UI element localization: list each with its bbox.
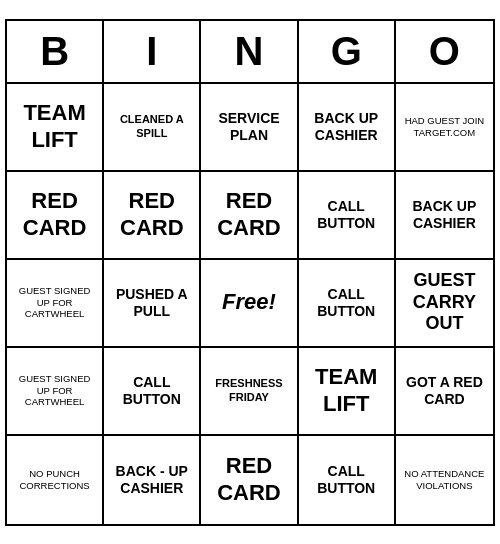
bingo-cell-7: RED CARD bbox=[201, 172, 298, 260]
bingo-cell-19: GOT A RED CARD bbox=[396, 348, 493, 436]
bingo-cell-10: GUEST SIGNED UP FOR CARTWHEEL bbox=[7, 260, 104, 348]
header-letter-g: G bbox=[299, 21, 396, 82]
bingo-cell-22: RED CARD bbox=[201, 436, 298, 524]
bingo-cell-9: BACK UP CASHIER bbox=[396, 172, 493, 260]
bingo-cell-5: RED CARD bbox=[7, 172, 104, 260]
bingo-cell-3: BACK UP CASHIER bbox=[299, 84, 396, 172]
bingo-cell-2: SERVICE PLAN bbox=[201, 84, 298, 172]
header-letter-i: I bbox=[104, 21, 201, 82]
bingo-cell-12: Free! bbox=[201, 260, 298, 348]
bingo-cell-20: NO PUNCH CORRECTIONS bbox=[7, 436, 104, 524]
bingo-cell-1: CLEANED A SPILL bbox=[104, 84, 201, 172]
bingo-cell-11: PUSHED A PULL bbox=[104, 260, 201, 348]
bingo-cell-14: GUEST CARRY OUT bbox=[396, 260, 493, 348]
bingo-cell-24: NO ATTENDANCE VIOLATIONS bbox=[396, 436, 493, 524]
header-letter-n: N bbox=[201, 21, 298, 82]
bingo-grid: TEAM LIFTCLEANED A SPILLSERVICE PLANBACK… bbox=[7, 84, 493, 524]
bingo-cell-17: FRESHNESS FRIDAY bbox=[201, 348, 298, 436]
bingo-cell-13: CALL BUTTON bbox=[299, 260, 396, 348]
bingo-cell-8: CALL BUTTON bbox=[299, 172, 396, 260]
header-letter-b: B bbox=[7, 21, 104, 82]
bingo-cell-21: BACK - UP CASHIER bbox=[104, 436, 201, 524]
bingo-cell-15: GUEST SIGNED UP FOR CARTWHEEL bbox=[7, 348, 104, 436]
bingo-cell-4: HAD GUEST JOIN TARGET.COM bbox=[396, 84, 493, 172]
bingo-header: BINGO bbox=[7, 21, 493, 84]
bingo-card: BINGO TEAM LIFTCLEANED A SPILLSERVICE PL… bbox=[5, 19, 495, 526]
bingo-cell-16: CALL BUTTON bbox=[104, 348, 201, 436]
bingo-cell-6: RED CARD bbox=[104, 172, 201, 260]
bingo-cell-23: CALL BUTTON bbox=[299, 436, 396, 524]
bingo-cell-18: TEAM LIFT bbox=[299, 348, 396, 436]
bingo-cell-0: TEAM LIFT bbox=[7, 84, 104, 172]
header-letter-o: O bbox=[396, 21, 493, 82]
